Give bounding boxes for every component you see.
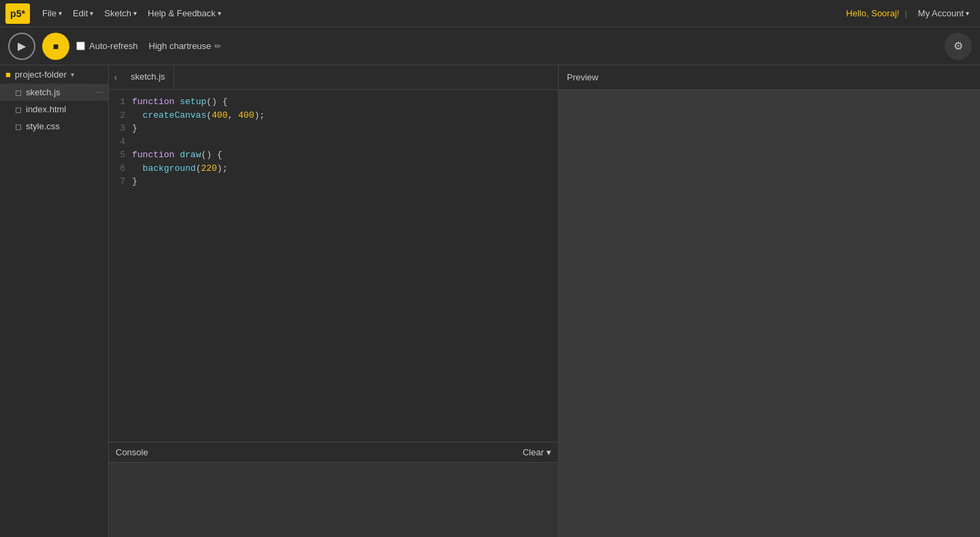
project-folder-item[interactable]: ■ project-folder ▾ xyxy=(0,65,108,84)
file-menu-chevron: ▾ xyxy=(59,10,62,17)
file-icon-sketch: ◻ xyxy=(15,88,22,97)
sketch-name-container: High chartreuse ✏ xyxy=(149,41,222,51)
file-menu[interactable]: File ▾ xyxy=(37,5,67,21)
nav-right: Hello, Sooraj! | My Account ▾ xyxy=(846,5,975,21)
account-chevron: ▾ xyxy=(966,10,969,17)
editor-area: ‹ sketch.js 1 2 3 4 5 6 7 function setup… xyxy=(109,65,558,537)
settings-button[interactable]: ⚙ xyxy=(945,33,972,60)
console-label: Console xyxy=(116,447,148,457)
preview-label: Preview xyxy=(567,72,598,82)
stop-button[interactable]: ■ xyxy=(42,33,69,60)
console-chevron-icon: ▾ xyxy=(546,447,551,457)
top-navigation: p5* File ▾ Edit ▾ Sketch ▾ Help & Feedba… xyxy=(0,0,980,27)
file-name-sketch: sketch.js xyxy=(26,87,61,97)
preview-panel: Preview xyxy=(558,65,980,537)
file-item-indexhtml[interactable]: ◻ index.html xyxy=(0,101,108,118)
help-menu-chevron: ▾ xyxy=(218,10,221,17)
line-numbers: 1 2 3 4 5 6 7 xyxy=(109,90,129,442)
tab-sketchjs[interactable]: sketch.js xyxy=(122,65,174,89)
auto-refresh-toggle[interactable]: Auto-refresh xyxy=(76,41,138,51)
sidebar: ■ project-folder ▾ ◻ sketch.js ⋯ ◻ index… xyxy=(0,65,109,537)
gear-icon: ⚙ xyxy=(953,39,963,52)
help-menu[interactable]: Help & Feedback ▾ xyxy=(142,5,227,21)
edit-sketch-name-icon[interactable]: ✏ xyxy=(214,42,221,51)
console-output xyxy=(109,463,558,537)
editor-tabs: ‹ sketch.js xyxy=(109,65,558,90)
my-account-menu[interactable]: My Account ▾ xyxy=(913,5,975,21)
nav-separator: | xyxy=(904,8,906,18)
file-item-stylecss[interactable]: ◻ style.css xyxy=(0,118,108,135)
console-header: Console Clear ▾ xyxy=(109,442,558,463)
folder-icon: ■ xyxy=(5,69,11,80)
edit-menu[interactable]: Edit ▾ xyxy=(67,5,99,21)
user-greeting: Hello, Sooraj! xyxy=(846,8,899,18)
auto-refresh-label-text: Auto-refresh xyxy=(89,41,138,51)
file-name-style: style.css xyxy=(26,121,60,131)
sketch-menu[interactable]: Sketch ▾ xyxy=(99,5,142,21)
sketch-name-text: High chartreuse xyxy=(149,41,212,51)
preview-canvas xyxy=(559,90,980,537)
file-name-index: index.html xyxy=(26,104,66,114)
code-content[interactable]: function setup() { createCanvas(400, 400… xyxy=(129,90,558,442)
auto-refresh-checkbox[interactable] xyxy=(76,42,85,50)
code-editor[interactable]: 1 2 3 4 5 6 7 function setup() { createC… xyxy=(109,90,558,442)
play-icon: ▶ xyxy=(18,39,26,52)
play-button[interactable]: ▶ xyxy=(8,33,35,60)
stop-icon: ■ xyxy=(53,41,59,52)
p5-logo[interactable]: p5* xyxy=(5,3,30,24)
sketch-menu-chevron: ▾ xyxy=(133,10,137,17)
clear-label: Clear xyxy=(523,447,544,457)
folder-chevron: ▾ xyxy=(71,71,74,78)
file-item-sketchjs[interactable]: ◻ sketch.js ⋯ xyxy=(0,84,108,101)
console-clear-button[interactable]: Clear ▾ xyxy=(523,447,551,457)
edit-menu-chevron: ▾ xyxy=(90,10,93,17)
preview-header: Preview xyxy=(559,65,980,90)
tab-label-sketch: sketch.js xyxy=(131,71,165,82)
file-icon-index: ◻ xyxy=(15,105,22,114)
main-content: ■ project-folder ▾ ◻ sketch.js ⋯ ◻ index… xyxy=(0,65,980,537)
tab-prev-arrow[interactable]: ‹ xyxy=(109,65,122,89)
file-icon-style: ◻ xyxy=(15,122,22,131)
folder-name: project-folder xyxy=(15,69,67,80)
toolbar: ▶ ■ Auto-refresh High chartreuse ✏ ⚙ xyxy=(0,27,980,65)
file-options-sketch[interactable]: ⋯ xyxy=(96,88,103,96)
console-area: Console Clear ▾ xyxy=(109,442,558,537)
